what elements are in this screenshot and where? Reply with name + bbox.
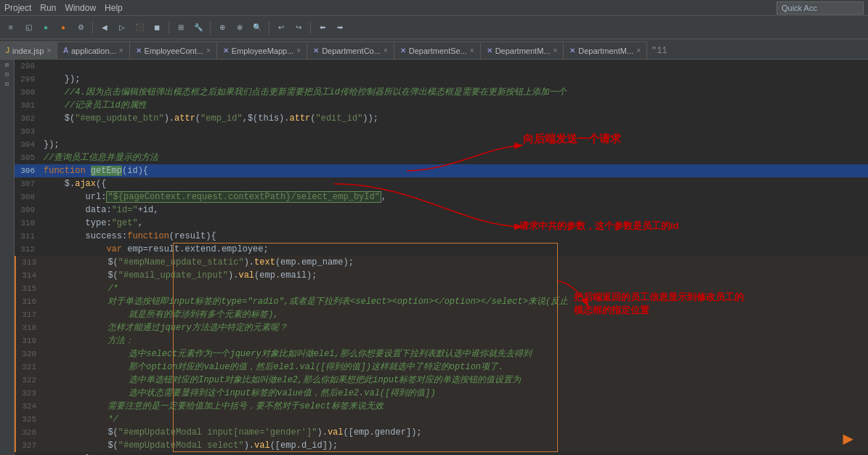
tabs-bar: J index.jsp × A application... × ✕ Emplo… <box>0 39 868 60</box>
table-row: 301 //记录员工id的属性 <box>15 99 868 112</box>
toolbar-btn-5[interactable]: ⚙ <box>73 20 89 36</box>
table-row: 317 就是所有的牵涉到有多个元素的标签), <box>15 308 868 321</box>
table-row: 328 } <box>15 452 868 455</box>
left-margin: ⊞ ⊡ ⊟ <box>0 60 15 455</box>
table-row: 306 function getEmp(id){ <box>15 164 868 177</box>
tab-dept-co[interactable]: ✕ DepartmentCo... × <box>307 41 394 59</box>
line-number: 305 <box>15 151 41 164</box>
code-editor[interactable]: 298 299 }); 300 //4.因为点击编辑按钮弹出模态框之后如果我们点… <box>15 60 868 455</box>
menu-bar: Project Run Window Help <box>0 0 868 16</box>
tab-close-emp-cont[interactable]: × <box>206 47 211 55</box>
toolbar-btn-2[interactable]: ◱ <box>20 20 36 36</box>
tab-close-dept-se[interactable]: × <box>470 47 474 55</box>
table-row: 305 //查询员工信息并显示的方法 <box>15 151 868 164</box>
toolbar-sep-1 <box>92 21 93 34</box>
toolbar-btn-14[interactable]: 🔍 <box>249 20 265 36</box>
line-content: }); <box>41 73 868 86</box>
toolbar-btn-12[interactable]: ⊕ <box>214 20 230 36</box>
line-number: 320 <box>16 347 42 361</box>
line-content: data:"id="+id, <box>41 204 868 217</box>
tab-dept-se[interactable]: ✕ DepartmentSe... × <box>394 41 481 59</box>
line-number: 324 <box>16 400 42 413</box>
toolbar-sep-5 <box>310 21 311 34</box>
toolbar-btn-17[interactable]: ⬅ <box>315 20 330 36</box>
tab-dept-m1[interactable]: ✕ DepartmentM... × <box>481 41 564 59</box>
tabs-more-button[interactable]: "11 <box>647 43 672 59</box>
toolbar-btn-10[interactable]: ⊞ <box>173 20 189 36</box>
line-number: 308 <box>15 190 41 204</box>
tab-close-dept-co[interactable]: × <box>384 47 388 55</box>
line-number: 299 <box>15 73 41 86</box>
line-content: $.ajax({ <box>41 177 868 190</box>
tab-icon-dept-co: ✕ <box>313 47 319 55</box>
toolbar-btn-1[interactable]: ≡ <box>3 20 19 36</box>
tab-label-dept-co: DepartmentCo... <box>322 47 381 55</box>
toolbar-btn-13[interactable]: ⊕ <box>232 20 248 36</box>
menu-item-project[interactable]: Project <box>4 3 31 13</box>
toolbar-btn-4[interactable]: ● <box>55 20 71 36</box>
table-row: 300 //4.因为点击编辑按钮弹出模态框之后如果我们点击更新需要把员工id传给… <box>15 86 868 99</box>
tab-label-emp-mapp: EmployeeMapp... <box>232 47 294 55</box>
margin-icon-3: ⊟ <box>5 80 9 88</box>
toolbar-btn-6[interactable]: ◀ <box>97 20 113 36</box>
line-number: 302 <box>15 112 41 125</box>
menu-item-help[interactable]: Help <box>105 3 123 13</box>
table-row: 312 var emp=result.extend.employee; <box>15 243 868 256</box>
toolbar-btn-3[interactable]: ● <box>38 20 54 36</box>
tab-close-dept-m2[interactable]: × <box>636 47 641 55</box>
line-content: $("#empUpdateModal input[name='gender']"… <box>42 426 868 439</box>
tab-label-dept-m1: DepartmentM... <box>495 47 551 55</box>
tab-icon-emp-mapp: ✕ <box>223 47 229 55</box>
toolbar-btn-18[interactable]: ➡ <box>332 20 348 36</box>
line-content: var emp=result.extend.employee; <box>41 243 868 256</box>
line-number: 318 <box>16 321 42 334</box>
code-lines[interactable]: 298 299 }); 300 //4.因为点击编辑按钮弹出模态框之后如果我们点… <box>15 60 868 455</box>
line-content: } <box>41 452 868 455</box>
line-number: 326 <box>16 426 42 439</box>
quick-access-input[interactable] <box>776 1 864 15</box>
toolbar-btn-7[interactable]: ▷ <box>114 20 130 36</box>
table-row: 309 data:"id="+id, <box>15 204 868 217</box>
tab-employee-cont[interactable]: ✕ EmployeeCont... × <box>130 41 217 59</box>
tab-dept-m2[interactable]: ✕ DepartmentM... × <box>564 41 647 59</box>
line-number: 298 <box>15 60 41 73</box>
line-number: 321 <box>16 361 42 374</box>
table-row: 310 type:"get", <box>15 217 868 230</box>
tab-icon-dept-m1: ✕ <box>487 47 492 55</box>
toolbar-btn-15[interactable]: ↩ <box>273 20 289 36</box>
toolbar-btn-11[interactable]: 🔧 <box>190 20 206 36</box>
tab-index-jsp[interactable]: J index.jsp × <box>0 41 57 59</box>
table-row: 315 /* <box>15 282 868 295</box>
table-row: 307 $.ajax({ <box>15 177 868 190</box>
line-number: 301 <box>15 99 41 112</box>
menu-item-run[interactable]: Run <box>40 3 56 13</box>
tab-close-index[interactable]: × <box>46 47 51 55</box>
toolbar-btn-16[interactable]: ↪ <box>291 20 307 36</box>
toolbar-btn-8[interactable]: ⬛ <box>131 20 147 36</box>
table-row: 321 那个option对应的value的值，然后ele1.val([得到的值]… <box>15 361 868 374</box>
line-content: 选中select元素作为一个jquery对象比如叫做ele1,那么你想要设置下拉… <box>42 347 868 361</box>
menu-item-window[interactable]: Window <box>65 3 96 13</box>
line-number: 328 <box>15 452 41 455</box>
tab-close-emp-mapp[interactable]: × <box>296 47 301 55</box>
tab-employee-mapp[interactable]: ✕ EmployeeMapp... × <box>217 41 307 59</box>
line-number: 316 <box>16 295 42 308</box>
table-row: 313 $("#empName_update_static").text(emp… <box>15 256 868 269</box>
line-number: 306 <box>15 164 41 177</box>
line-content: //4.因为点击编辑按钮弹出模态框之后如果我们点击更新需要把员工id传给控制器所… <box>41 86 868 99</box>
tab-close-dept-m1[interactable]: × <box>553 47 557 55</box>
tab-icon-dept-se: ✕ <box>400 47 406 55</box>
toolbar-btn-9[interactable]: ◼ <box>149 20 165 36</box>
line-content: 选中单选钮对应的Input对象比如叫做ele2,那么你如果想把此input标签对… <box>42 374 868 387</box>
table-row: 302 $("#emp_update_btn").attr("emp_id",$… <box>15 112 868 125</box>
line-content: type:"get", <box>41 217 868 230</box>
tab-application[interactable]: A application... × <box>57 41 129 59</box>
line-number: 327 <box>16 439 42 452</box>
table-row: 308 url:"${pageContext.request.contextPa… <box>15 190 868 204</box>
table-row: 299 }); <box>15 73 868 86</box>
line-content: function getEmp(id){ <box>41 164 868 177</box>
line-number: 317 <box>16 308 42 321</box>
tab-close-app[interactable]: × <box>119 47 123 55</box>
line-content: 选中状态需要显得到这个input标签的value值，然后ele2.val([得到… <box>42 387 868 400</box>
tab-icon-dept-m2: ✕ <box>569 47 575 55</box>
